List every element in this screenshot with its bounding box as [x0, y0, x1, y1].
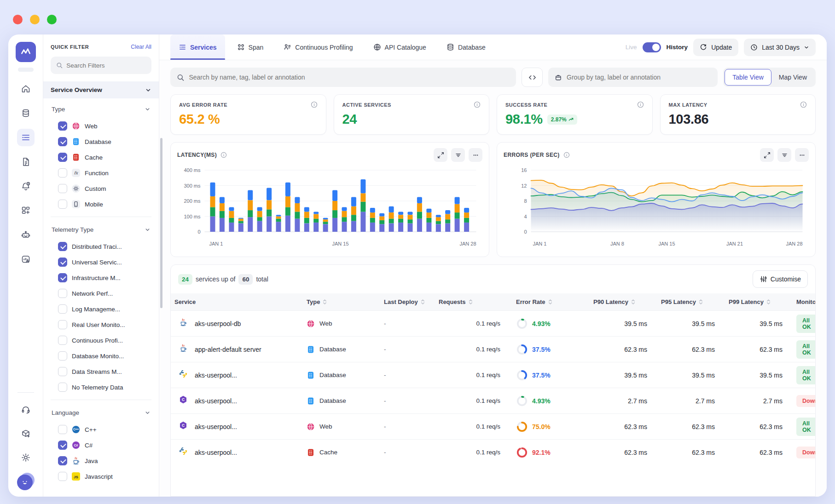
checkbox[interactable]	[58, 273, 67, 282]
tab-span[interactable]: Span	[229, 34, 272, 60]
checkbox[interactable]	[58, 153, 67, 162]
filter-checkbox-item[interactable]: Real User Monito...	[52, 317, 151, 332]
filter-checkbox-item[interactable]: Continuous Profi...	[52, 332, 151, 348]
query-code-button[interactable]	[522, 68, 543, 87]
app-logo[interactable]	[16, 42, 36, 62]
filter-icon[interactable]	[451, 148, 465, 162]
checkbox[interactable]	[58, 242, 67, 251]
table-row[interactable]: aks-userpool... Cache - 0.1 req/s 92.1%	[171, 439, 815, 465]
scrollbar-thumb[interactable]	[160, 138, 162, 308]
tab-api-catalogue[interactable]: API Catalogue	[365, 34, 435, 60]
session-monitor-icon[interactable]	[17, 251, 35, 268]
filter-icon[interactable]	[777, 148, 791, 162]
filter-checkbox-item[interactable]: Custom	[52, 181, 151, 196]
more-icon[interactable]	[469, 148, 482, 162]
checkbox[interactable]	[58, 304, 67, 314]
filter-checkbox-item[interactable]: C# C#	[52, 437, 151, 453]
more-icon[interactable]	[795, 148, 809, 162]
filter-group-telemetry-header[interactable]: Telemetry Type	[52, 226, 151, 233]
sort-icon[interactable]	[420, 299, 425, 305]
service-search-input[interactable]	[189, 74, 510, 81]
filter-checkbox-item[interactable]: C++ C++	[52, 422, 151, 437]
filter-checkbox-item[interactable]: Database Monito...	[52, 348, 151, 364]
services-list-icon[interactable]	[17, 129, 35, 146]
column-header[interactable]: Type	[303, 293, 380, 310]
filter-search-input[interactable]	[66, 62, 146, 69]
time-range-dropdown[interactable]: Last 30 Days	[744, 39, 816, 56]
map-view-button[interactable]: Map View	[771, 69, 814, 86]
settings-gear-icon[interactable]	[17, 449, 35, 466]
sort-icon[interactable]	[766, 299, 771, 305]
checkbox[interactable]	[58, 425, 67, 434]
home-icon[interactable]	[17, 80, 35, 97]
filter-group-language-header[interactable]: Language	[52, 409, 151, 416]
minimize-window-button[interactable]	[30, 15, 40, 24]
filter-checkbox-item[interactable]: Mobile	[52, 196, 151, 212]
filter-search-box[interactable]	[51, 57, 151, 74]
integrations-box-icon[interactable]	[17, 425, 35, 442]
table-row[interactable]: C aks-userpool... Web - 0.1 req/s	[171, 413, 815, 439]
filter-checkbox-item[interactable]: Web	[52, 118, 151, 134]
checkbox[interactable]	[58, 121, 67, 131]
column-header[interactable]: P95 Latency	[657, 293, 725, 310]
alerts-bell-icon[interactable]	[17, 178, 35, 195]
tab-services[interactable]: Services	[170, 34, 225, 60]
filter-checkbox-item[interactable]: Distributed Traci...	[52, 239, 151, 254]
checkbox[interactable]	[58, 472, 67, 481]
filter-checkbox-item[interactable]: fx Function	[52, 165, 151, 181]
checkbox[interactable]	[58, 336, 67, 345]
column-header[interactable]: Requests	[435, 293, 512, 310]
sort-icon[interactable]	[322, 299, 327, 305]
filter-checkbox-item[interactable]: Cache	[52, 149, 151, 165]
table-row[interactable]: app-alert-default server Database - 0.1 …	[171, 336, 815, 362]
clear-all-link[interactable]: Clear All	[131, 44, 151, 50]
info-icon[interactable]	[563, 152, 570, 158]
table-row[interactable]: aks-userpool-db Web - 0.1 req/s 4.93%	[171, 310, 815, 336]
live-history-toggle[interactable]	[643, 42, 661, 52]
checkbox[interactable]	[58, 367, 67, 376]
filter-checkbox-item[interactable]: Log Manageme...	[52, 301, 151, 317]
column-header[interactable]: Service	[171, 293, 303, 310]
update-button[interactable]: Update	[693, 39, 738, 56]
tab-database[interactable]: Database	[438, 34, 494, 60]
column-header[interactable]: P90 Latency	[590, 293, 657, 310]
document-icon[interactable]	[17, 153, 35, 171]
sort-icon[interactable]	[698, 299, 703, 305]
dashboards-add-icon[interactable]	[17, 202, 35, 219]
info-icon[interactable]	[474, 101, 481, 108]
table-view-button[interactable]: Table View	[725, 69, 771, 86]
column-header[interactable]: P99 Latency	[725, 293, 793, 310]
checkbox[interactable]	[58, 351, 67, 361]
info-icon[interactable]	[637, 101, 644, 108]
filter-checkbox-item[interactable]: Database	[52, 134, 151, 149]
infrastructure-icon[interactable]	[17, 104, 35, 122]
expand-icon[interactable]	[760, 148, 774, 162]
sort-icon[interactable]	[468, 299, 473, 305]
table-row[interactable]: C aks-userpool... Database - 0.1 req/s	[171, 388, 815, 413]
checkbox[interactable]	[58, 184, 67, 193]
checkbox[interactable]	[58, 289, 67, 298]
checkbox[interactable]	[58, 258, 67, 267]
filter-group-type-header[interactable]: Type	[52, 106, 151, 113]
checkbox[interactable]	[58, 383, 67, 392]
filter-checkbox-item[interactable]: JS Javascript	[52, 469, 151, 484]
sort-icon[interactable]	[631, 299, 636, 305]
table-row[interactable]: aks-userpool... Database - 0.1 req/s 37.…	[171, 362, 815, 388]
filter-checkbox-item[interactable]: Infrastructure M...	[52, 270, 151, 286]
checkbox[interactable]	[58, 200, 67, 209]
customise-button[interactable]: Customise	[753, 270, 808, 288]
checkbox[interactable]	[58, 456, 67, 465]
filter-checkbox-item[interactable]: Java	[52, 453, 151, 469]
column-header[interactable]: Last Deploy	[380, 293, 435, 310]
maximize-window-button[interactable]	[47, 15, 57, 24]
section-service-overview[interactable]: Service Overview	[43, 81, 159, 98]
user-avatar[interactable]	[17, 473, 35, 490]
tab-continuous-profiling[interactable]: Continuous Profiling	[275, 34, 361, 60]
assistant-robot-icon[interactable]	[17, 226, 35, 244]
info-icon[interactable]	[311, 101, 318, 108]
support-headset-icon[interactable]	[17, 401, 35, 418]
service-search-box[interactable]	[170, 68, 516, 87]
checkbox[interactable]	[58, 320, 67, 329]
filter-checkbox-item[interactable]: Data Streams M...	[52, 364, 151, 379]
close-window-button[interactable]	[13, 15, 23, 24]
